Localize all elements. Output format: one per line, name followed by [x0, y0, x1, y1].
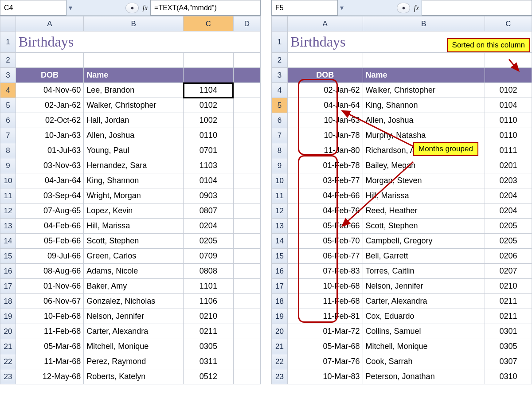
col-header-A[interactable]: A: [288, 16, 363, 31]
cell-name[interactable]: Nelson, Jennifer: [363, 279, 485, 294]
cell-name[interactable]: Murphy, Natasha: [363, 128, 485, 143]
cell[interactable]: [233, 53, 260, 68]
cell[interactable]: [233, 234, 260, 249]
cell[interactable]: [233, 279, 260, 294]
sheet-title[interactable]: Birthdays: [16, 31, 260, 53]
cell-dob[interactable]: 03-Sep-64: [16, 188, 83, 203]
row-header[interactable]: 3: [0, 68, 16, 83]
cell-name[interactable]: Gonzalez, Nicholas: [84, 294, 184, 309]
col-header-B[interactable]: B: [84, 16, 184, 31]
row-header[interactable]: 14: [0, 234, 16, 249]
select-all-corner[interactable]: [272, 16, 288, 31]
cell-dob[interactable]: 01-Mar-72: [288, 324, 363, 339]
worksheet-grid-left[interactable]: ABCD1Birthdays23DOBName404-Nov-60Lee, Br…: [0, 16, 261, 384]
cell-mmdd[interactable]: 0301: [485, 324, 532, 339]
cell[interactable]: [84, 53, 184, 68]
row-header[interactable]: 13: [272, 219, 288, 234]
row-header[interactable]: 12: [272, 203, 288, 219]
cell-name[interactable]: Wright, Morgan: [84, 188, 184, 203]
cell-mmdd[interactable]: 0205: [485, 234, 532, 249]
cell-name[interactable]: Collins, Samuel: [363, 324, 485, 339]
cell-dob[interactable]: 10-Mar-83: [288, 369, 363, 384]
cell[interactable]: [233, 188, 260, 203]
cell-mmdd[interactable]: 0206: [485, 249, 532, 264]
cell-name[interactable]: Reed, Heather: [363, 203, 485, 219]
cell-name[interactable]: Green, Carlos: [84, 249, 184, 264]
cell[interactable]: [184, 53, 233, 68]
cell-mmdd[interactable]: 0210: [184, 309, 233, 324]
cell-mmdd[interactable]: 0102: [485, 83, 532, 98]
cell-dob[interactable]: 06-Nov-67: [16, 294, 83, 309]
fx-button-icon[interactable]: ●: [125, 3, 139, 13]
row-header[interactable]: 17: [272, 279, 288, 294]
row-header[interactable]: 18: [272, 294, 288, 309]
cell-mmdd[interactable]: 0102: [184, 98, 233, 113]
namebox-dropdown-icon[interactable]: ▾: [338, 0, 346, 16]
cell-mmdd[interactable]: 0512: [184, 369, 233, 384]
row-header[interactable]: 2: [0, 53, 16, 68]
row-header[interactable]: 7: [0, 128, 16, 143]
cell-mmdd[interactable]: 0310: [485, 369, 532, 384]
cell-dob[interactable]: 11-Feb-68: [288, 294, 363, 309]
cell-name[interactable]: Walker, Christopher: [84, 98, 184, 113]
row-header[interactable]: 22: [0, 354, 16, 369]
cell-dob[interactable]: 10-Feb-68: [16, 309, 83, 324]
cell-dob[interactable]: 07-Feb-83: [288, 264, 363, 279]
row-header[interactable]: 13: [0, 219, 16, 234]
cell-name[interactable]: Baker, Amy: [84, 279, 184, 294]
cell[interactable]: [233, 173, 260, 188]
cell-name[interactable]: Lopez, Kevin: [84, 203, 184, 219]
cell[interactable]: [485, 53, 532, 68]
cell-name[interactable]: Lee, Brandon: [84, 83, 184, 98]
cell-name[interactable]: Nelson, Jennifer: [84, 309, 184, 324]
cell-dob[interactable]: 03-Nov-63: [16, 158, 83, 173]
cell-name[interactable]: Hall, Jordan: [84, 113, 184, 128]
fx-button-icon[interactable]: ●: [397, 3, 410, 13]
row-header[interactable]: 15: [0, 249, 16, 264]
cell-mmdd[interactable]: 0211: [485, 294, 532, 309]
cell-dob[interactable]: 04-Feb-66: [288, 188, 363, 203]
cell-name[interactable]: Hernandez, Sara: [84, 158, 184, 173]
cell-dob[interactable]: 05-Mar-68: [16, 339, 83, 354]
worksheet-grid-right[interactable]: ABC1Birthdays23DOBName402-Jan-62Walker, …: [271, 16, 532, 384]
cell-mmdd[interactable]: 0903: [184, 188, 233, 203]
cell-name[interactable]: Cox, Eduardo: [363, 309, 485, 324]
cell[interactable]: [233, 219, 260, 234]
cell-dob[interactable]: 04-Feb-76: [288, 203, 363, 219]
cell-name[interactable]: Campbell, Gregory: [363, 234, 485, 249]
cell-mmdd[interactable]: 0807: [184, 203, 233, 219]
cell[interactable]: [288, 53, 363, 68]
col-header-A[interactable]: A: [16, 16, 83, 31]
row-header[interactable]: 16: [272, 264, 288, 279]
cell[interactable]: [233, 113, 260, 128]
cell[interactable]: [233, 83, 260, 98]
cell-mmdd[interactable]: 0211: [485, 309, 532, 324]
row-header[interactable]: 11: [0, 188, 16, 203]
cell-name[interactable]: Carter, Alexandra: [84, 324, 184, 339]
cell-mmdd[interactable]: 0110: [485, 113, 532, 128]
cell-mmdd[interactable]: 0204: [184, 219, 233, 234]
cell-dob[interactable]: 05-Feb-70: [288, 234, 363, 249]
cell-dob[interactable]: 01-Jul-63: [16, 143, 83, 158]
cell-mmdd[interactable]: 1103: [184, 158, 233, 173]
cell-name[interactable]: King, Shannon: [84, 173, 184, 188]
cell-dob[interactable]: 10-Jan-63: [16, 128, 83, 143]
cell-mmdd[interactable]: 0204: [485, 188, 532, 203]
table-header-name[interactable]: Name: [363, 68, 485, 83]
cell-mmdd[interactable]: 0205: [485, 219, 532, 234]
cell-dob[interactable]: 12-May-68: [16, 369, 83, 384]
cell-dob[interactable]: 05-Feb-66: [288, 219, 363, 234]
cell-dob[interactable]: 11-Feb-81: [288, 309, 363, 324]
cell-mmdd[interactable]: 0111: [485, 143, 532, 158]
cell-dob[interactable]: 08-Aug-66: [16, 264, 83, 279]
cell[interactable]: [233, 249, 260, 264]
cell-mmdd[interactable]: 0709: [184, 249, 233, 264]
cell-name[interactable]: Mitchell, Monique: [84, 339, 184, 354]
row-header[interactable]: 12: [0, 203, 16, 219]
cell-name[interactable]: Bell, Garrett: [363, 249, 485, 264]
name-box[interactable]: F5: [271, 0, 338, 16]
cell-name[interactable]: Peterson, Jonathan: [363, 369, 485, 384]
cell-dob[interactable]: 10-Jan-78: [288, 128, 363, 143]
table-header-blank[interactable]: [233, 68, 260, 83]
col-header-C[interactable]: C: [485, 16, 532, 31]
